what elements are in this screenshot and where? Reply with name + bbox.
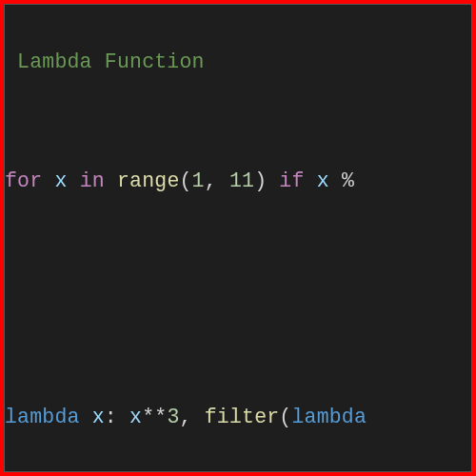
code-line-2 [5,107,471,136]
code-line-6 [5,344,471,373]
range-builtin: range [117,169,180,192]
number-1: 1 [192,169,205,192]
variable-x: x [54,169,67,192]
for-keyword: for [5,169,42,192]
code-line-7: lambda x: x**3, filter(lambda [5,403,471,432]
number-11: 11 [217,169,254,192]
variable-x: x [317,169,329,192]
comment-text: Lambda Function [5,50,205,73]
mod-operator: % [329,169,367,192]
code-line-3: for x in range(1, 11) if x % [5,167,471,196]
lambda-keyword: lambda [5,406,80,428]
lambda-keyword: lambda [291,406,367,428]
number-3: 3 [167,406,179,428]
in-keyword: in [80,169,105,192]
variable-x: x [129,406,142,428]
if-keyword: if [279,169,304,192]
code-editor[interactable]: Lambda Function for x in range(1, 11) if… [4,4,472,472]
pow-operator: ** [142,406,167,428]
code-line-5 [5,285,471,314]
param-x: x [92,406,105,428]
filter-builtin: filter [205,406,280,428]
code-line-1: Lambda Function [5,48,471,77]
code-line-4 [5,226,471,255]
code-content: Lambda Function for x in range(1, 11) if… [5,5,471,472]
